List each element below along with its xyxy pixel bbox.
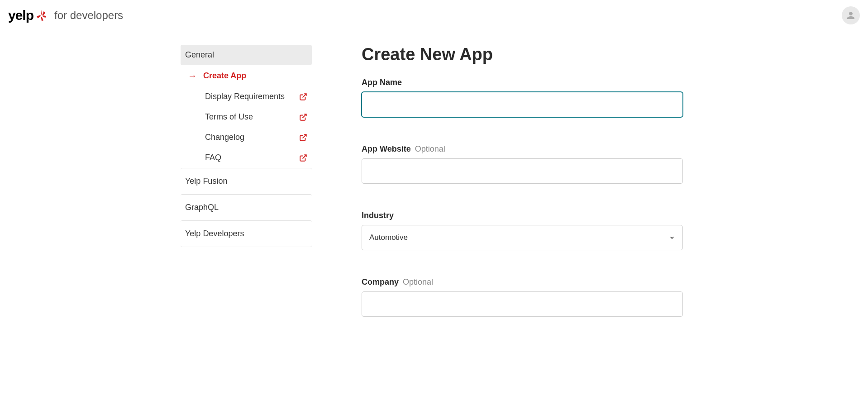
sidebar-section-yelp-developers[interactable]: Yelp Developers [181,220,312,247]
sidebar-item-display-requirements[interactable]: Display Requirements [181,86,312,107]
label-text: App Website [362,144,411,153]
form-group-industry: Industry Automotive [362,211,733,250]
yelp-logo[interactable]: yelp [8,8,48,23]
external-link-icon [299,154,307,162]
sidebar-item-label: FAQ [205,153,221,162]
sidebar-item-label: Terms of Use [205,112,253,122]
label-text: Company [362,277,399,286]
avatar[interactable] [842,6,860,24]
form-group-company: Company Optional [362,277,733,317]
svg-line-2 [303,134,306,138]
header: yelp for developers [0,0,868,31]
sidebar-item-label: Changelog [205,133,244,142]
company-label: Company Optional [362,277,733,287]
sidebar-section-graphql[interactable]: GraphQL [181,194,312,220]
user-icon [845,10,856,21]
sidebar-item-label: Create App [203,71,246,81]
form-group-app-website: App Website Optional [362,144,733,184]
svg-line-1 [303,114,306,118]
app-name-label: App Name [362,78,733,87]
company-input[interactable] [362,291,683,317]
sidebar-section-label: GraphQL [185,203,219,212]
optional-text: Optional [403,277,433,286]
svg-line-0 [303,94,306,97]
header-subtitle: for developers [54,9,123,22]
sidebar-item-changelog[interactable]: Changelog [181,127,312,148]
yelp-burst-icon [35,9,48,22]
sidebar: General → Create App Display Requirement… [181,45,312,344]
sidebar-item-create-app[interactable]: → Create App [181,65,312,86]
sidebar-section-general[interactable]: General [181,45,312,65]
form-group-app-name: App Name [362,78,733,117]
optional-text: Optional [415,144,445,153]
app-website-label: App Website Optional [362,144,733,154]
sidebar-section-label: Yelp Fusion [185,177,227,186]
sidebar-section-yelp-fusion[interactable]: Yelp Fusion [181,168,312,194]
page-title: Create New App [362,45,733,64]
sidebar-item-terms-of-use[interactable]: Terms of Use [181,107,312,127]
main-content: Create New App App Name App Website Opti… [312,45,751,344]
chevron-down-icon [669,234,675,241]
external-link-icon [299,113,307,121]
arrow-right-icon: → [188,71,197,81]
external-link-icon [299,134,307,142]
sidebar-section-label: General [185,50,214,59]
sidebar-item-faq[interactable]: FAQ [181,148,312,168]
header-left: yelp for developers [8,8,123,23]
sidebar-section-label: Yelp Developers [185,229,244,238]
industry-select[interactable]: Automotive [362,225,683,250]
external-link-icon [299,93,307,101]
sidebar-item-label: Display Requirements [205,92,285,101]
app-website-input[interactable] [362,158,683,184]
logo-text: yelp [8,8,33,23]
industry-selected-value: Automotive [369,233,408,242]
main-container: General → Create App Display Requirement… [117,31,751,344]
app-name-input[interactable] [362,92,683,117]
industry-label: Industry [362,211,733,220]
svg-line-3 [303,155,306,158]
